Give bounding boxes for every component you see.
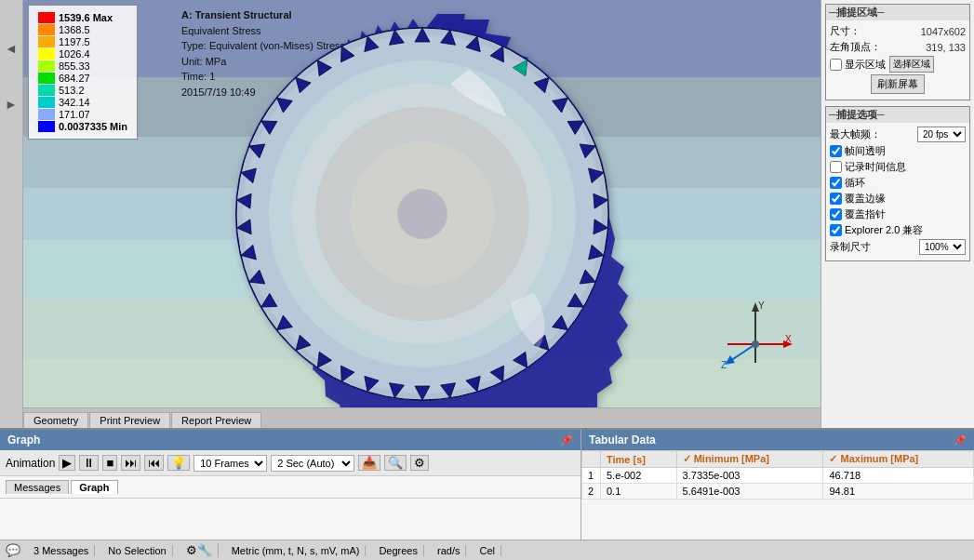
frame-transparent-checkbox[interactable] <box>830 145 842 157</box>
graph-tabs: Messages Graph <box>0 476 580 499</box>
metric-status: Metric (mm, t, N, s, mV, mA) <box>226 545 367 556</box>
col-header-min: ✓ Minimum [MPa] <box>676 451 823 468</box>
bottom-panels: Graph 📌 Animation ▶ ⏸ ■ ⏭ ⏮ 💡 10 Frames … <box>0 428 974 540</box>
record-time-row[interactable]: 记录时间信息 <box>830 160 966 174</box>
refresh-button[interactable]: 刷新屏幕 <box>871 74 925 94</box>
tabular-panel: Tabular Data 📌 Time [s] ✓ Minimum [MPa] … <box>581 430 974 540</box>
row-max-1: 46.718 <box>823 468 974 484</box>
pause-button[interactable]: ⏸ <box>79 455 99 471</box>
cover-cursor-checkbox[interactable] <box>830 208 842 220</box>
graph-toolbar: Animation ▶ ⏸ ■ ⏭ ⏮ 💡 10 Frames 2 Sec (A… <box>0 450 580 476</box>
capture-region-title: ─捕提区域─ <box>826 5 969 20</box>
show-region-label: 显示区域 <box>845 58 886 72</box>
cover-cursor-label: 覆盖指针 <box>845 207 886 221</box>
capture-options-title: ─捕提选项─ <box>826 107 969 123</box>
row-max-2: 94.81 <box>823 484 974 500</box>
row-time-1: 5.e-002 <box>601 468 677 484</box>
status-bar: 💬 3 Messages No Selection ⚙🔧 Metric (mm,… <box>0 540 974 560</box>
zoom-button[interactable]: 🔍 <box>384 455 407 471</box>
tab-report-preview[interactable]: Report Preview <box>171 412 261 428</box>
explorer-compat-checkbox[interactable] <box>830 224 842 236</box>
max-fps-row: 最大帧频： 20 fps 30 fps 60 fps <box>830 127 966 142</box>
corner-label: 左角顶点： <box>830 40 924 54</box>
gear-visualization: /* teeth */ <box>23 0 821 428</box>
input-lang-icons[interactable]: ⚙🔧 <box>180 543 219 557</box>
record-time-checkbox[interactable] <box>830 161 842 173</box>
col-header-max: ✓ Maximum [MPa] <box>823 451 974 468</box>
corner-row: 左角顶点： 319, 133 <box>830 40 966 54</box>
tabular-title: Tabular Data <box>589 433 656 447</box>
collapse-arrow[interactable]: ► <box>5 97 18 112</box>
cover-edge-row[interactable]: 覆盖边缘 <box>830 192 966 206</box>
table-row: 1 5.e-002 3.7335e-003 46.718 <box>582 468 974 484</box>
celsius-status: Cel <box>474 545 501 556</box>
graph-title: Graph <box>7 433 40 447</box>
step-forward-button[interactable]: ⏭ <box>121 455 140 471</box>
select-region-button[interactable]: 选择区域 <box>889 56 934 73</box>
light-bulb-button[interactable]: 💡 <box>167 455 190 471</box>
col-header-time: Time [s] <box>601 451 677 468</box>
export-button[interactable]: 📥 <box>358 455 380 471</box>
status-icon: 💬 <box>6 543 20 557</box>
step-back-button[interactable]: ⏮ <box>144 455 164 471</box>
record-time-label: 记录时间信息 <box>845 160 906 174</box>
record-size-label: 录制尺寸 <box>830 240 919 254</box>
cover-edge-checkbox[interactable] <box>830 193 842 205</box>
left-sidebar: ◄ ► <box>0 0 23 428</box>
row-min-2: 5.6491e-003 <box>676 484 823 500</box>
loop-row[interactable]: 循环 <box>830 176 966 190</box>
frames-select[interactable]: 10 Frames <box>193 455 267 472</box>
capture-options-section: ─捕提选项─ 最大帧频： 20 fps 30 fps 60 fps 帧间透明 记… <box>825 106 970 261</box>
viewport-tabs: Geometry Print Preview Report Preview <box>23 407 821 428</box>
col-header-num <box>582 451 601 468</box>
animation-label: Animation <box>6 457 55 470</box>
table-row: 2 0.1 5.6491e-003 94.81 <box>582 484 974 500</box>
svg-text:X: X <box>785 334 792 344</box>
main-viewport: A: Transient Structural Equivalent Stres… <box>23 0 821 428</box>
show-region-row[interactable]: 显示区域 选择区域 <box>830 56 966 73</box>
corner-value: 319, 133 <box>926 42 966 53</box>
explorer-compat-row[interactable]: Explorer 2.0 兼容 <box>830 223 966 237</box>
degrees-status: Degrees <box>373 545 424 556</box>
graph-header: Graph 📌 <box>0 430 580 450</box>
size-row: 尺寸： 974x560 <box>830 24 966 38</box>
capture-region-section: ─捕提区域─ 尺寸： 974x560 左角顶点： 319, 133 显示区域 … <box>825 4 970 100</box>
loop-checkbox[interactable] <box>830 177 842 189</box>
tab-messages[interactable]: Messages <box>6 480 69 494</box>
graph-panel: Graph 📌 Animation ▶ ⏸ ■ ⏭ ⏮ 💡 10 Frames … <box>0 430 581 540</box>
radians-status: rad/s <box>432 545 466 556</box>
show-region-checkbox[interactable] <box>830 59 842 71</box>
play-button[interactable]: ▶ <box>59 455 75 471</box>
frame-transparent-row[interactable]: 帧间透明 <box>830 144 966 158</box>
size-label: 尺寸： <box>830 24 919 38</box>
cover-edge-label: 覆盖边缘 <box>845 192 886 206</box>
tab-geometry[interactable]: Geometry <box>23 412 88 428</box>
stop-button[interactable]: ■ <box>102 455 117 471</box>
record-size-select[interactable]: 100% 75% 50% <box>919 239 966 255</box>
row-num-2: 2 <box>582 484 601 500</box>
graph-pin-icon[interactable]: 📌 <box>560 434 573 447</box>
record-size-row: 录制尺寸 100% 75% 50% <box>830 239 966 255</box>
svg-point-56 <box>397 189 447 239</box>
svg-text:Z: Z <box>721 360 727 370</box>
selection-status: No Selection <box>102 545 172 556</box>
tabular-table: Time [s] ✓ Minimum [MPa] ✓ Maximum [MPa]… <box>581 450 974 500</box>
tab-print-preview[interactable]: Print Preview <box>89 412 170 428</box>
expand-arrow[interactable]: ◄ <box>5 41 18 56</box>
time-select[interactable]: 2 Sec (Auto) <box>271 455 354 472</box>
row-time-2: 0.1 <box>601 484 677 500</box>
explorer-compat-label: Explorer 2.0 兼容 <box>845 223 923 237</box>
tabular-scroll[interactable]: Time [s] ✓ Minimum [MPa] ✓ Maximum [MPa]… <box>581 450 974 540</box>
max-fps-label: 最大帧频： <box>830 127 917 141</box>
cover-cursor-row[interactable]: 覆盖指针 <box>830 207 966 221</box>
max-fps-select[interactable]: 20 fps 30 fps 60 fps <box>917 127 966 142</box>
tab-graph[interactable]: Graph <box>71 480 117 494</box>
size-value: 974x560 <box>921 26 966 37</box>
svg-text:Y: Y <box>758 300 765 311</box>
coordinate-axes: Y X Z <box>718 298 793 372</box>
right-panel: ─捕提区域─ 尺寸： 974x560 左角顶点： 319, 133 显示区域 … <box>821 0 974 428</box>
frame-transparent-label: 帧间透明 <box>845 144 886 158</box>
settings-button[interactable]: ⚙ <box>410 455 429 471</box>
row-num-1: 1 <box>582 468 601 484</box>
tabular-pin-icon[interactable]: 📌 <box>954 434 967 447</box>
